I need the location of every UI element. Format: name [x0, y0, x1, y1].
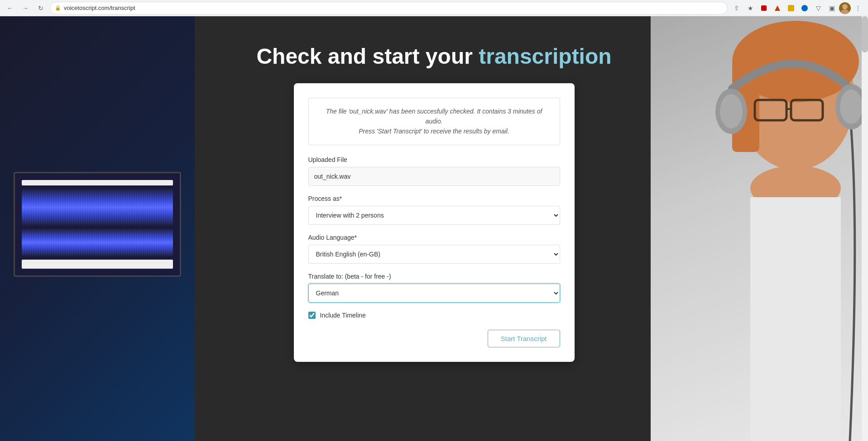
scrollbar-thumb[interactable]	[862, 16, 868, 52]
translate-select[interactable]: None German French Spanish Dutch Italian	[308, 284, 560, 303]
audio-language-select[interactable]: British English (en-GB) American English…	[308, 245, 560, 264]
cast-button[interactable]: ▣	[825, 2, 838, 14]
title-start: Check and start your	[256, 44, 479, 68]
address-bar[interactable]: 🔒 voicetoscript.com/transcript	[50, 2, 728, 14]
audio-language-group: Audio Language* British English (en-GB) …	[308, 234, 560, 264]
forward-button[interactable]: →	[19, 2, 32, 14]
page-content: Check and start your transcription The f…	[0, 16, 868, 441]
page-background: Check and start your transcription The f…	[0, 16, 868, 441]
info-line-2: Press 'Start Transcript' to receive the …	[320, 126, 549, 136]
reload-button[interactable]: ↻	[34, 2, 47, 14]
extension-3-button[interactable]	[785, 2, 797, 14]
svg-point-2	[801, 5, 808, 11]
uploaded-file-input[interactable]	[308, 167, 560, 186]
process-as-select[interactable]: Single speaker Interview with 2 persons …	[308, 206, 560, 225]
svg-point-4	[840, 9, 849, 14]
extension-1-button[interactable]	[758, 2, 770, 14]
svg-point-3	[842, 4, 848, 9]
page-title: Check and start your transcription	[256, 43, 611, 70]
extension-4-button[interactable]	[798, 2, 811, 14]
info-line-1: The file 'out_nick.wav' has been succesf…	[320, 106, 549, 127]
menu-button[interactable]: ⋮	[852, 2, 864, 14]
browser-actions: ⇧ ★ ▽ ▣ ⋮	[730, 2, 864, 14]
browser-chrome: ← → ↻ 🔒 voicetoscript.com/transcript ⇧ ★…	[0, 0, 868, 16]
include-timeline-checkbox[interactable]	[308, 312, 316, 319]
title-area: Check and start your transcription	[256, 43, 611, 70]
start-transcript-button[interactable]: Start Transcript	[488, 330, 560, 347]
audio-language-label: Audio Language*	[308, 234, 560, 241]
bookmark-button[interactable]: ★	[744, 2, 757, 14]
user-avatar[interactable]	[839, 2, 851, 14]
info-box: The file 'out_nick.wav' has been succesf…	[308, 98, 560, 145]
uploaded-file-group: Uploaded File	[308, 156, 560, 186]
back-button[interactable]: ←	[4, 2, 16, 14]
extension-2-button[interactable]	[771, 2, 784, 14]
button-row: Start Transcript	[308, 330, 560, 347]
lock-icon: 🔒	[55, 5, 61, 11]
process-as-label: Process as*	[308, 195, 560, 202]
uploaded-file-label: Uploaded File	[308, 156, 560, 163]
translate-group: Translate to: (beta - for free -) None G…	[308, 273, 560, 303]
svg-rect-1	[788, 5, 794, 11]
extensions-button[interactable]: ▽	[812, 2, 825, 14]
svg-rect-0	[761, 5, 767, 11]
include-timeline-label: Include Timeline	[320, 312, 366, 319]
translate-label: Translate to: (beta - for free -)	[308, 273, 560, 280]
scrollbar[interactable]	[862, 16, 868, 441]
url-text: voicetoscript.com/transcript	[64, 5, 135, 11]
title-accent: transcription	[479, 44, 611, 68]
process-as-group: Process as* Single speaker Interview wit…	[308, 195, 560, 225]
form-card: The file 'out_nick.wav' has been succesf…	[294, 83, 575, 362]
share-button[interactable]: ⇧	[730, 2, 743, 14]
include-timeline-row: Include Timeline	[308, 312, 560, 319]
